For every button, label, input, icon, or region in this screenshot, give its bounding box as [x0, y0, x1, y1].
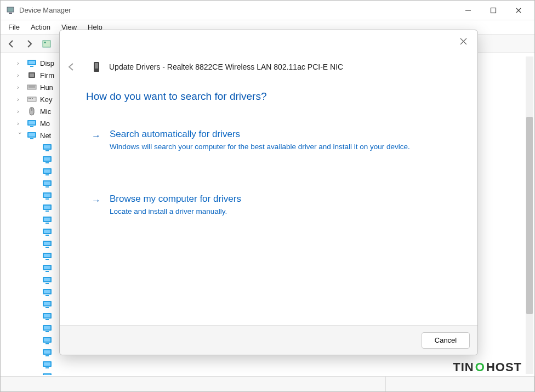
network-adapter-icon	[42, 324, 52, 333]
dialog-close-button[interactable]	[452, 32, 474, 50]
network-adapter-icon	[42, 300, 52, 309]
svg-rect-84	[44, 362, 50, 366]
dialog-heading: How do you want to search for drivers?	[86, 90, 451, 103]
network-adapter-icon	[42, 360, 52, 369]
svg-rect-48	[44, 218, 50, 221]
dialog-back-button[interactable]	[64, 60, 78, 74]
svg-rect-36	[44, 169, 50, 173]
svg-rect-67	[45, 295, 49, 296]
chevron-right-icon: ›	[17, 72, 24, 78]
vertical-scrollbar[interactable]	[526, 56, 533, 374]
svg-rect-45	[44, 206, 50, 209]
svg-rect-55	[45, 247, 49, 248]
network-adapter-icon	[42, 312, 52, 321]
svg-rect-39	[44, 181, 50, 185]
svg-rect-40	[45, 186, 49, 188]
tree-item-label: Net	[40, 132, 51, 140]
svg-rect-27	[29, 133, 35, 137]
svg-rect-105	[95, 63, 98, 69]
chevron-right-icon: ›	[17, 108, 24, 115]
svg-rect-42	[44, 194, 50, 197]
toolbar-properties-button[interactable]	[39, 37, 54, 51]
monitor-icon	[27, 119, 37, 128]
svg-rect-63	[44, 278, 50, 281]
svg-rect-76	[45, 331, 49, 332]
svg-rect-30	[44, 145, 50, 149]
status-bar	[1, 376, 534, 391]
chevron-right-icon: ›	[17, 96, 24, 103]
svg-rect-18	[29, 98, 30, 99]
svg-rect-0	[7, 7, 14, 12]
svg-rect-51	[44, 230, 50, 233]
tree-item-label: Mic	[40, 107, 51, 116]
window-title: Device Manager	[19, 6, 71, 14]
cancel-button[interactable]: Cancel	[422, 332, 470, 349]
minimize-button[interactable]	[456, 2, 481, 19]
watermark-logo: TINOHOST	[453, 360, 522, 374]
chevron-right-icon: ›	[17, 84, 24, 90]
network-adapter-icon	[42, 191, 52, 200]
network-adapter-icon	[42, 215, 52, 224]
close-button[interactable]	[506, 2, 531, 19]
menu-action[interactable]: Action	[27, 22, 54, 32]
network-adapter-icon	[42, 240, 52, 248]
tree-item-label: Firm	[40, 71, 54, 79]
svg-rect-81	[44, 350, 50, 354]
svg-rect-1	[9, 13, 12, 14]
scrollbar-thumb[interactable]	[526, 117, 533, 314]
svg-rect-11	[30, 66, 33, 67]
dialog-content: How do you want to search for drivers? →…	[60, 74, 477, 325]
dialog-header: Update Drivers - Realtek 8822CE Wireless…	[60, 52, 477, 74]
arrow-right-icon: →	[92, 194, 101, 217]
svg-rect-87	[44, 374, 50, 375]
svg-rect-64	[45, 283, 49, 284]
maximize-button[interactable]	[481, 2, 506, 19]
chevron-right-icon: ›	[17, 120, 24, 127]
option-description: Windows will search your computer for th…	[110, 142, 410, 152]
keyboard-icon	[27, 95, 37, 104]
network-adapter-icon	[42, 372, 52, 375]
svg-rect-3	[491, 8, 496, 13]
network-adapter-icon	[42, 167, 52, 176]
watermark-text: TIN	[453, 360, 474, 374]
device-icon	[92, 61, 101, 73]
dialog-footer: Cancel	[60, 325, 477, 355]
option-title: Browse my computer for drivers	[110, 194, 241, 204]
nav-forward-button[interactable]	[21, 37, 37, 51]
network-adapter-icon	[42, 203, 52, 212]
svg-rect-79	[45, 343, 49, 344]
firmware-icon	[27, 71, 37, 79]
network-adapter-icon	[42, 288, 52, 297]
svg-rect-58	[45, 259, 49, 260]
display-adapter-icon	[27, 59, 37, 67]
mouse-icon	[27, 107, 37, 116]
watermark-text: HOST	[486, 360, 522, 374]
svg-rect-70	[45, 307, 49, 308]
svg-rect-28	[30, 138, 33, 139]
network-adapter-icon	[42, 155, 52, 164]
option-search-automatically[interactable]: → Search automatically for drivers Windo…	[86, 124, 451, 167]
titlebar[interactable]: Device Manager	[1, 1, 534, 20]
svg-rect-37	[45, 174, 49, 175]
app-icon	[6, 6, 15, 15]
update-drivers-dialog: Update Drivers - Realtek 8822CE Wireless…	[59, 30, 478, 355]
tree-item-label: Disp	[40, 59, 54, 67]
svg-rect-57	[44, 254, 50, 257]
nav-back-button[interactable]	[4, 37, 19, 51]
option-title: Search automatically for drivers	[110, 129, 410, 140]
network-adapter-icon	[42, 252, 52, 260]
hid-icon	[27, 83, 37, 92]
svg-rect-20	[32, 98, 33, 99]
dialog-titlebar[interactable]	[60, 30, 477, 52]
network-adapter-icon	[27, 131, 37, 140]
menu-file[interactable]: File	[5, 22, 23, 32]
network-adapter-icon	[42, 276, 52, 285]
svg-rect-61	[45, 271, 49, 272]
dialog-title: Update Drivers - Realtek 8822CE Wireless…	[109, 63, 343, 71]
network-adapter-icon	[42, 228, 52, 236]
svg-rect-13	[30, 73, 34, 77]
svg-rect-31	[45, 150, 49, 151]
svg-rect-46	[45, 211, 49, 212]
chevron-down-icon: ›	[17, 132, 24, 139]
option-browse-computer[interactable]: → Browse my computer for drivers Locate …	[86, 189, 451, 232]
